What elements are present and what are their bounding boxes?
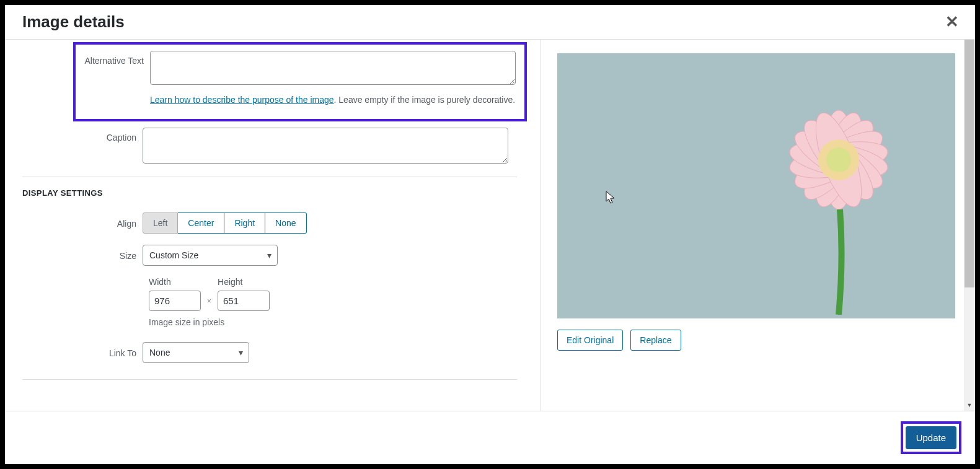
alt-text-label: Alternative Text — [81, 51, 150, 66]
scrollbar-thumb[interactable] — [965, 40, 974, 287]
width-label: Width — [149, 277, 201, 287]
caption-label: Caption — [22, 128, 143, 142]
alt-text-highlight: Alternative Text Learn how to describe t… — [73, 42, 527, 121]
alt-text-help-suffix: . Leave empty if the image is purely dec… — [334, 95, 516, 105]
linkto-label: Link To — [22, 347, 143, 358]
size-label: Size — [22, 250, 143, 261]
width-input[interactable] — [149, 291, 201, 311]
alt-text-input[interactable] — [150, 51, 516, 85]
dialog-body: Alternative Text Learn how to describe t… — [5, 40, 975, 411]
dialog-footer: Update — [5, 411, 975, 464]
edit-original-button[interactable]: Edit Original — [557, 330, 623, 351]
scrollbar[interactable]: ▼ — [964, 40, 975, 411]
flower-image — [758, 85, 919, 317]
align-label: Align — [22, 217, 143, 229]
close-icon: ✕ — [945, 12, 959, 31]
size-select[interactable]: Custom Size — [143, 245, 278, 266]
replace-button[interactable]: Replace — [630, 330, 681, 351]
preview-panel: Edit Original Replace — [541, 40, 975, 411]
dialog-title: Image details — [22, 12, 125, 32]
align-right-button[interactable]: Right — [224, 213, 265, 234]
close-button[interactable]: ✕ — [942, 12, 963, 32]
display-settings-heading: DISPLAY SETTINGS — [22, 188, 534, 198]
size-help-text: Image size in pixels — [149, 317, 534, 327]
alt-text-help: Learn how to describe the purpose of the… — [150, 93, 516, 107]
height-label: Height — [218, 277, 270, 287]
dialog-header: Image details ✕ — [5, 5, 975, 40]
align-none-button[interactable]: None — [265, 213, 306, 234]
settings-panel: Alternative Text Learn how to describe t… — [5, 40, 541, 411]
alt-text-help-link[interactable]: Learn how to describe the purpose of the… — [150, 95, 334, 105]
caption-input[interactable] — [143, 128, 508, 164]
cursor-icon — [606, 191, 616, 208]
image-preview — [557, 53, 955, 318]
linkto-select[interactable]: None — [143, 342, 249, 363]
update-button[interactable]: Update — [906, 426, 956, 449]
svg-point-19 — [826, 147, 851, 172]
update-highlight: Update — [901, 421, 961, 454]
divider — [22, 177, 517, 177]
chevron-down-icon[interactable]: ▼ — [964, 400, 975, 411]
dimensions-group: Width × Height Image size in pixels — [149, 277, 534, 327]
align-button-group: Left Center Right None — [143, 213, 307, 234]
align-left-button[interactable]: Left — [143, 213, 178, 234]
height-input[interactable] — [218, 291, 270, 311]
divider — [22, 379, 517, 380]
align-center-button[interactable]: Center — [178, 213, 224, 234]
times-glyph: × — [207, 297, 211, 311]
